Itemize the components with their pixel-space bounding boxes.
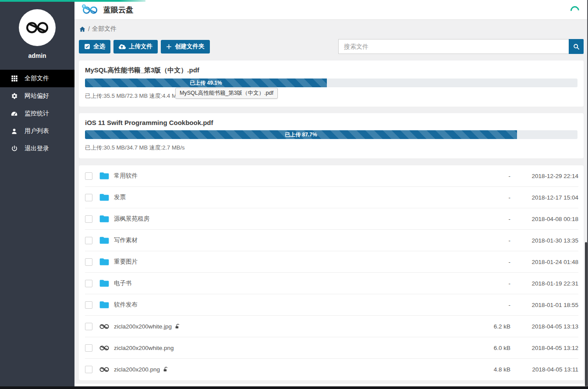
breadcrumb: / 全部文件 — [79, 25, 584, 33]
avatar[interactable] — [19, 9, 56, 46]
file-row[interactable]: 常用软件 - 2018-12-29 22:14 — [85, 165, 578, 187]
folder-icon — [99, 258, 110, 266]
upload-tooltip: MySQL高性能书籍_第3版（中文）.pdf — [175, 88, 278, 99]
file-size: 4.8 kB — [462, 366, 510, 373]
create-folder-button[interactable]: 创建文件夹 — [161, 40, 210, 54]
upload-card: iOS 11 Swift Programming Cookbook.pdf 已上… — [79, 113, 584, 158]
grid-icon — [11, 75, 18, 82]
header: 蓝眼云盘 — [74, 0, 588, 20]
search-button[interactable] — [569, 39, 584, 54]
file-name: 发票 — [114, 193, 126, 201]
file-name: 写作素材 — [114, 236, 138, 244]
upload-file-button[interactable]: 上传文件 — [113, 40, 158, 54]
folder-icon — [99, 215, 110, 223]
file-list: 常用软件 - 2018-12-29 22:14 发票 - 2018-12-17 … — [79, 165, 584, 380]
upload-file-name: MySQL高性能书籍_第3版（中文）.pdf — [85, 66, 577, 75]
upload-info: 已上传:35.5 MB/72.3 MB 速度:4.4 MB/s — [85, 92, 577, 100]
row-checkbox[interactable] — [85, 366, 92, 373]
upload-progress-label: 已上传 49.1% — [190, 79, 222, 87]
vertical-scrollbar[interactable] — [585, 242, 587, 386]
file-size: - — [462, 259, 510, 265]
file-row[interactable]: zicla200x200white.jpg 6.2 kB 2018-04-05 … — [85, 316, 578, 337]
row-checkbox[interactable] — [85, 280, 92, 287]
upload-progress-label: 已上传 87.7% — [285, 131, 317, 139]
row-checkbox[interactable] — [85, 258, 92, 266]
file-icon — [99, 366, 110, 373]
file-row[interactable]: 电子书 - 2018-01-19 22:31 — [85, 273, 578, 294]
sidebar: admin 全部文件 网站偏好 监控统计 用户列表 — [0, 0, 74, 386]
file-row[interactable]: 源枫景苑租房 - 2018-04-08 00:18 — [85, 208, 578, 230]
search-input[interactable] — [338, 39, 569, 54]
main-content: / 全部文件 全选 上传文件 创建文件夹 MySQL高性能书籍_ — [74, 20, 588, 386]
home-icon[interactable] — [79, 26, 86, 32]
file-row[interactable]: 重要图片 - 2018-01-24 01:48 — [85, 251, 578, 273]
username: admin — [0, 52, 74, 59]
gear-icon — [11, 93, 18, 100]
create-folder-label: 创建文件夹 — [175, 43, 205, 50]
file-row[interactable]: 软件发布 - 2018-01-01 18:55 — [85, 294, 578, 316]
upload-file-label: 上传文件 — [129, 43, 152, 50]
toolbar: 全选 上传文件 创建文件夹 — [79, 39, 584, 54]
file-size: - — [462, 194, 510, 201]
file-date: 2018-12-29 22:14 — [510, 173, 578, 179]
file-name: 常用软件 — [114, 172, 138, 180]
folder-icon — [99, 215, 109, 223]
plus-icon — [166, 44, 172, 50]
upload-progress-track: 已上传 49.1% — [85, 79, 577, 87]
sidebar-item-label: 网站偏好 — [25, 92, 49, 100]
gauge-icon — [11, 110, 18, 118]
file-date: 2018-01-24 01:48 — [510, 259, 578, 265]
folder-icon — [99, 172, 109, 180]
file-name: 电子书 — [114, 279, 132, 287]
window-bottom-edge — [0, 386, 588, 389]
search-group — [338, 39, 584, 54]
sidebar-item-label: 用户列表 — [25, 127, 49, 135]
breadcrumb-current: 全部文件 — [92, 25, 117, 33]
folder-icon — [99, 301, 110, 309]
file-logo-icon — [99, 323, 110, 330]
sidebar-item-all-files[interactable]: 全部文件 — [0, 70, 74, 87]
file-name: 软件发布 — [114, 301, 138, 309]
loading-spinner-icon — [569, 4, 581, 17]
row-checkbox[interactable] — [85, 237, 92, 244]
cloud-upload-icon — [119, 44, 126, 50]
file-date: 2018-12-17 15:04 — [510, 194, 578, 201]
file-row[interactable]: zicla200x200.png 4.8 kB 2018-04-05 13:11 — [85, 359, 578, 380]
row-checkbox[interactable] — [85, 344, 92, 352]
folder-icon — [99, 236, 109, 244]
sidebar-item-monitoring[interactable]: 监控统计 — [0, 105, 74, 122]
folder-icon — [99, 193, 110, 201]
file-logo-icon — [99, 344, 110, 352]
power-icon — [11, 145, 18, 153]
sidebar-item-user-list[interactable]: 用户列表 — [0, 122, 74, 140]
sidebar-item-site-preferences[interactable]: 网站偏好 — [0, 87, 74, 105]
row-checkbox[interactable] — [85, 172, 92, 180]
folder-icon — [99, 236, 110, 244]
file-size: 6.2 kB — [462, 323, 510, 330]
file-date: 2018-04-05 13:12 — [510, 345, 578, 351]
upload-progress-fill: 已上传 49.1% — [85, 79, 327, 87]
file-name: zicla200x200.png — [114, 366, 169, 373]
app-title: 蓝眼云盘 — [103, 5, 133, 15]
search-icon — [573, 43, 580, 50]
file-date: 2018-04-08 00:18 — [510, 216, 578, 222]
unlock-icon — [175, 324, 181, 329]
row-checkbox[interactable] — [85, 323, 92, 330]
sidebar-item-label: 全部文件 — [25, 75, 49, 82]
file-row[interactable]: zicla200x200white.png 6.0 kB 2018-04-05 … — [85, 337, 578, 359]
folder-icon — [99, 279, 109, 287]
sidebar-item-logout[interactable]: 退出登录 — [0, 140, 74, 157]
file-row[interactable]: 写作素材 - 2018-01-30 13:35 — [85, 230, 578, 251]
file-size: - — [462, 237, 510, 244]
loading-progress-bar — [0, 0, 145, 2]
file-date: 2018-01-19 22:31 — [510, 280, 578, 287]
row-checkbox[interactable] — [85, 194, 92, 201]
file-row[interactable]: 发票 - 2018-12-17 15:04 — [85, 187, 578, 208]
sidebar-item-label: 监控统计 — [25, 110, 49, 118]
row-checkbox[interactable] — [85, 215, 92, 223]
select-all-button[interactable]: 全选 — [79, 40, 110, 54]
breadcrumb-separator: / — [88, 25, 90, 32]
folder-icon — [99, 172, 110, 180]
file-date: 2018-01-30 13:35 — [510, 237, 578, 244]
row-checkbox[interactable] — [85, 301, 92, 309]
